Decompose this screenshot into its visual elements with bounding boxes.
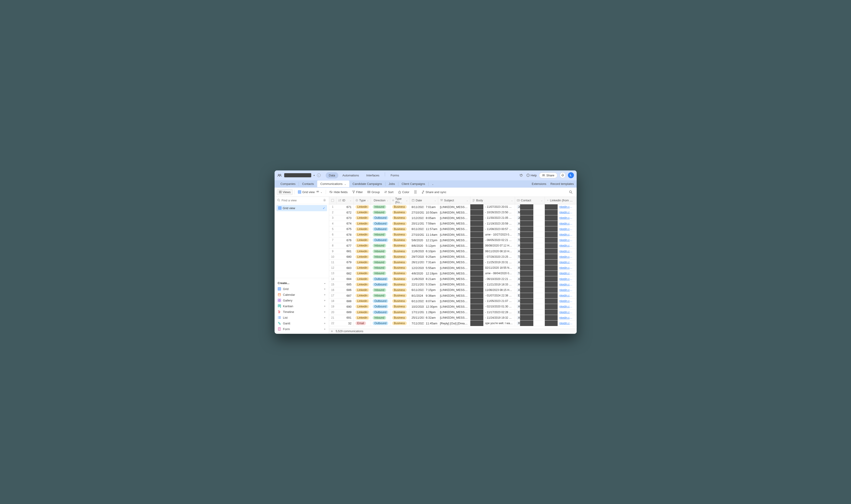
- table-row[interactable]: 10680LinkedinInboundBusiness29/7/20209:2…: [329, 254, 577, 259]
- redacted: [545, 321, 557, 326]
- add-row-button[interactable]: +: [331, 329, 333, 333]
- col-header-date[interactable]: Date⌄: [410, 197, 438, 204]
- view-item-grid[interactable]: Grid view ✓: [277, 205, 327, 211]
- filter-button[interactable]: Filter: [351, 190, 365, 195]
- people-icon: [277, 174, 282, 177]
- notifications-icon[interactable]: [560, 172, 566, 178]
- table-tab-companies[interactable]: Companies: [277, 181, 299, 187]
- svg-rect-22: [279, 305, 280, 306]
- redacted: [545, 265, 557, 271]
- col-header-direction[interactable]: Direction⌄: [371, 197, 390, 204]
- table-row[interactable]: 20689LinkedinOutboundBusiness17/11/20231…: [329, 309, 577, 315]
- svg-rect-20: [280, 301, 281, 302]
- plus-icon: +: [324, 304, 326, 308]
- table-row[interactable]: 21691LinkedinInboundBusiness25/11/20196:…: [329, 315, 577, 321]
- table-row[interactable]: 14684LinkedinOutboundBusiness11/6/20208:…: [329, 276, 577, 282]
- tab-data[interactable]: Data: [326, 172, 338, 178]
- table-row[interactable]: 19690LinkedinOutboundBusiness10/2/202012…: [329, 304, 577, 309]
- avatar[interactable]: L: [568, 172, 574, 178]
- help-button[interactable]: ? Help: [527, 174, 537, 177]
- add-table-button[interactable]: ⌄: [429, 181, 436, 187]
- create-header[interactable]: Create... ⌄: [274, 280, 329, 286]
- redacted: [520, 321, 533, 326]
- table-tab-communications[interactable]: Communications ⌄: [317, 181, 349, 187]
- row-height-button[interactable]: [412, 190, 419, 194]
- grid-view-button[interactable]: Grid view ⌄: [296, 190, 324, 195]
- form-icon: [278, 327, 281, 331]
- col-header-linkedin[interactable]: Linkedin (from Contact): [545, 197, 576, 204]
- table-row[interactable]: 6678LinkedinInboundBusiness27/10/202311:…: [329, 232, 577, 237]
- chevron-down-icon[interactable]: ▾: [314, 174, 315, 177]
- tab-forms[interactable]: Forms: [387, 172, 402, 178]
- share-button[interactable]: Share: [539, 173, 557, 178]
- hide-fields-button[interactable]: Hide fields: [327, 190, 350, 195]
- history-icon[interactable]: [518, 172, 524, 178]
- col-header-subject[interactable]: Subject⌄: [438, 197, 470, 204]
- plus-icon: +: [324, 287, 326, 291]
- views-sidebar: Grid view ✓ Create... ⌄ Grid+Calendar+Ga…: [274, 197, 329, 334]
- table-row[interactable]: 7676LinkedinOutboundBusiness5/8/202012:2…: [329, 238, 577, 243]
- table-row[interactable]: 16686LinkedinInboundBusiness6/11/20237:1…: [329, 287, 577, 293]
- table-row[interactable]: 12683LinkedinInboundBusiness12/2/20205:5…: [329, 265, 577, 271]
- col-header-id[interactable]: ID⌄: [336, 197, 354, 204]
- create-list[interactable]: List+: [274, 315, 329, 321]
- chevron-down-icon[interactable]: ⌄: [344, 183, 346, 185]
- sort-button[interactable]: Sort: [383, 190, 395, 195]
- create-calendar[interactable]: Calendar+: [274, 292, 329, 298]
- create-gallery[interactable]: Gallery+: [274, 298, 329, 303]
- extensions-button[interactable]: Extensions: [532, 182, 546, 185]
- find-view-input[interactable]: [282, 199, 322, 202]
- col-header-type-from[interactable]: Type (fro...⌄: [390, 197, 410, 204]
- table-tab-jobs[interactable]: Jobs: [386, 181, 398, 187]
- select-all-checkbox[interactable]: [329, 197, 336, 204]
- plus-icon: +: [324, 322, 326, 325]
- create-gantt[interactable]: Gantt+: [274, 321, 329, 326]
- table-row[interactable]: 8677LinkedinInboundBusiness8/6/20205:12p…: [329, 243, 577, 249]
- table-row[interactable]: 13682LinkedinInboundBusiness4/8/202012:1…: [329, 271, 577, 276]
- redacted: [470, 254, 483, 259]
- table-row[interactable]: 1671LinkedinInboundBusiness8/11/20237:01…: [329, 204, 577, 210]
- plus-icon: +: [324, 327, 326, 331]
- table-tab-contacts[interactable]: Contacts: [299, 181, 317, 187]
- search-button[interactable]: [567, 190, 574, 195]
- grid-body[interactable]: 1671LinkedinInboundBusiness8/11/20237:01…: [329, 204, 577, 329]
- table-row[interactable]: 18688LinkedinOutboundBusiness6/11/20238:…: [329, 299, 577, 304]
- svg-point-0: [278, 174, 279, 175]
- table-row[interactable]: 2672LinkedinInboundBusiness27/10/202310:…: [329, 210, 577, 215]
- table-row[interactable]: 11679LinkedinInboundBusiness26/11/20197:…: [329, 259, 577, 265]
- redacted: [545, 309, 557, 315]
- table-row[interactable]: 15685LinkedinOutboundBusiness22/11/20195…: [329, 282, 577, 287]
- table-row[interactable]: 2232EmailOutboundBusiness7/11/202311:45a…: [329, 321, 577, 326]
- table-tab-candidate-campaigns[interactable]: Candidate Campaigns: [349, 181, 385, 187]
- redacted: [470, 210, 483, 215]
- col-header-body[interactable]: Body⌄: [470, 197, 515, 204]
- col-header-type[interactable]: Type⌄: [354, 197, 371, 204]
- redacted: [545, 215, 557, 221]
- plus-icon: +: [324, 299, 326, 302]
- tab-interfaces[interactable]: Interfaces: [363, 172, 383, 178]
- col-header-contact[interactable]: Contact⌄: [515, 197, 545, 204]
- create-grid[interactable]: Grid+: [274, 286, 329, 292]
- color-button[interactable]: Color: [396, 190, 411, 195]
- create-form[interactable]: Form+: [274, 326, 329, 332]
- tab-automations[interactable]: Automations: [339, 172, 362, 178]
- table-row[interactable]: 5675LinkedinOutboundBusiness8/11/202311:…: [329, 226, 577, 232]
- redacted: [545, 210, 557, 215]
- redacted: [545, 282, 557, 287]
- table-row[interactable]: 4674LinkedinOutboundBusiness20/11/20237:…: [329, 221, 577, 226]
- table-row[interactable]: 3673LinkedinOutboundBusiness1/12/20238:0…: [329, 215, 577, 221]
- gear-icon[interactable]: [323, 199, 326, 202]
- table-row[interactable]: 17687LinkedinInboundBusiness8/1/20249:38…: [329, 293, 577, 299]
- info-icon[interactable]: i: [317, 174, 321, 177]
- share-label: Share: [546, 174, 554, 177]
- table-tab-client-campaigns[interactable]: Client Campaigns: [398, 181, 428, 187]
- views-button[interactable]: Views: [277, 189, 293, 195]
- group-button[interactable]: Group: [366, 190, 382, 195]
- share-sync-button[interactable]: Share and sync: [420, 190, 448, 195]
- base-name-redacted[interactable]: [284, 173, 311, 177]
- record-templates-button[interactable]: Record templates: [551, 182, 574, 185]
- create-timeline[interactable]: Timeline+: [274, 309, 329, 315]
- table-row[interactable]: 9681LinkedinInboundBusiness11/6/20206:10…: [329, 249, 577, 254]
- create-kanban[interactable]: Kanban+: [274, 303, 329, 309]
- redacted: [470, 315, 483, 320]
